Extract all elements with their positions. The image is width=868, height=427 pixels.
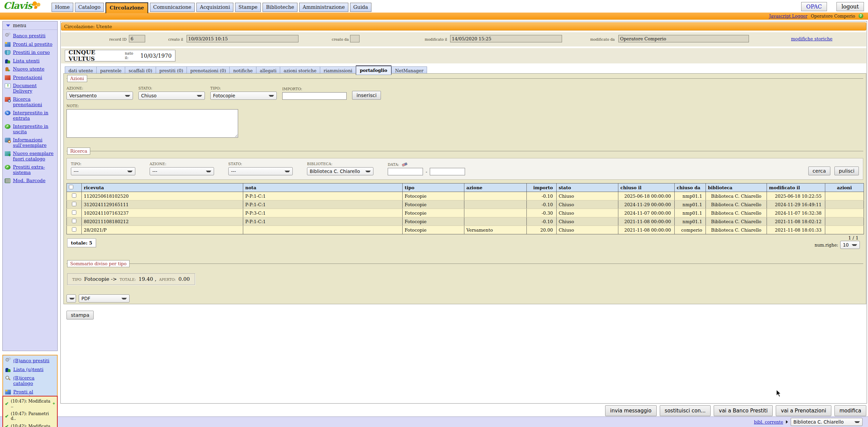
export-extra-select[interactable] — [66, 294, 76, 303]
data-label: DATA: — [388, 162, 399, 167]
notification-item[interactable]: ✔(10:47): Modificata ..+ — [5, 399, 55, 408]
tab-portafoglio[interactable]: portafoglio — [356, 65, 391, 75]
pulisci-button[interactable]: pulisci — [834, 167, 859, 175]
modificato-da-field[interactable] — [618, 35, 749, 42]
column-header-chiuso-il[interactable]: chiuso il — [618, 183, 675, 192]
sidebar-item-lista-utenti[interactable]: Lista utenti — [5, 58, 55, 64]
column-header-azione[interactable]: azione — [464, 183, 527, 192]
column-header-chiuso-da[interactable]: chiuso da — [675, 183, 706, 192]
filtro-biblioteca-group: BIBLIOTECA: Biblioteca C. Chiarello — [307, 162, 373, 175]
sidebar-item-banco-prestiti[interactable]: Banco prestiti — [5, 33, 55, 39]
nav-tab-acquisizioni[interactable]: Acquisizioni — [196, 3, 233, 12]
filtro-stato-select[interactable]: --- — [228, 167, 293, 175]
invia-messaggio-button[interactable]: invia messaggio — [605, 405, 657, 416]
sidebar-item-r-icerca-catalogo[interactable]: (R)icerca catalogo — [5, 375, 55, 386]
column-header-nota[interactable]: nota — [243, 183, 403, 192]
nav-tab-home[interactable]: Home — [52, 3, 73, 12]
filtro-tipo-select[interactable]: --- — [71, 167, 135, 175]
modificato-il-field[interactable] — [450, 35, 562, 42]
nav-tab-amministrazione[interactable]: Amministrazione — [299, 3, 348, 12]
column-header-modificato-il[interactable]: modificato il — [767, 183, 825, 192]
modifica-button[interactable]: modifica — [834, 405, 866, 416]
nav-tab-comunicazione[interactable]: Comunicazione — [150, 3, 195, 12]
filter-buttons: cerca pulisci — [808, 167, 859, 175]
filtro-biblioteca-select[interactable]: Biblioteca C. Chiarello — [307, 167, 373, 175]
sidebar-item-ricerca-prenotazioni[interactable]: Ricerca prenotazioni — [5, 97, 55, 107]
sidebar-item-interprestito-in-entrata[interactable]: Interprestito in entrata — [5, 110, 55, 121]
bibl-corrente-link[interactable]: bibl. corrente — [754, 420, 783, 425]
stampa-button[interactable]: stampa — [66, 311, 94, 319]
notification-item[interactable]: ✔(10:47): Parametri d.. — [5, 411, 55, 421]
cell-tipo: Fotocopie — [403, 192, 464, 200]
sidebar-item-prestiti-extra-sistema[interactable]: Prestiti extra-sistema — [5, 164, 55, 175]
cell-azione — [464, 209, 527, 217]
inserisci-button[interactable]: inserisci — [352, 91, 381, 100]
column-header-tipo[interactable]: tipo — [403, 183, 464, 192]
nav-tab-circolazione[interactable]: Circolazione — [105, 2, 148, 13]
select-all-checkbox[interactable] — [69, 185, 73, 189]
sidebar-item-informazioni-sull-esemplare[interactable]: Informazioni sull'esemplare — [5, 137, 55, 148]
num-righe-select[interactable]: 10 — [840, 241, 860, 249]
data-from-input[interactable] — [388, 168, 423, 175]
operator-name: Operatore Comperio — [811, 14, 855, 19]
sidebar-item-lista-u-tenti[interactable]: Lista (u)tenti — [5, 367, 55, 372]
creato-il-field[interactable] — [187, 35, 298, 42]
info-search-icon — [5, 138, 11, 142]
app-window: Clavis HomeCatalogoCircolazioneComunicaz… — [0, 0, 868, 427]
table-row: 28/2021/PFotocopieVersamento20.00Chiuso2… — [67, 226, 864, 234]
filtro-azione-select[interactable]: --- — [150, 167, 214, 175]
sidebar-item-b-anco-prestiti[interactable]: (B)anco prestiti — [5, 358, 55, 364]
biblioteca-corrente-select[interactable]: Biblioteca C. Chiarello — [791, 418, 863, 426]
sidebar-item-pronti-al-prestito[interactable]: Pronti al prestito — [5, 42, 55, 47]
row-checkbox[interactable] — [72, 227, 76, 232]
sostituisci-con-button[interactable]: sostituisci con... — [660, 405, 711, 416]
note-textarea[interactable] — [66, 109, 238, 138]
importo-input[interactable] — [282, 92, 347, 100]
column-header-stato[interactable]: stato — [557, 183, 618, 192]
tipo-select[interactable]: Fotocopie — [210, 92, 277, 100]
eraser-icon[interactable] — [402, 162, 408, 167]
row-checkbox[interactable] — [72, 219, 76, 223]
sidebar-item-label: Informazioni sull'esemplare — [13, 137, 55, 148]
row-checkbox[interactable] — [72, 210, 76, 215]
nav-tab-biblioteche[interactable]: Biblioteche — [263, 3, 297, 12]
nav-tab-guida[interactable]: Guida — [350, 3, 372, 12]
sidebar-item-prenotazioni[interactable]: Prenotazioni — [5, 75, 55, 80]
export-format-value: PDF — [81, 296, 90, 301]
notification-item[interactable]: ✔(10:42): Modificata .. — [5, 424, 55, 427]
javascript-logger-link[interactable]: Javascript Logger — [769, 14, 808, 19]
vai-a-prenotazioni-button[interactable]: vai a Prenotazioni — [776, 405, 831, 416]
cell-nota: P-P:1-C:1 — [243, 200, 403, 209]
data-to-input[interactable] — [430, 168, 465, 175]
azioni-legend: Azioni — [67, 75, 87, 82]
export-format-select[interactable]: PDF — [79, 294, 130, 303]
column-header-azioni[interactable]: azioni — [825, 183, 864, 192]
sidebar-item-nuovo-utente[interactable]: Nuovo utente — [5, 66, 55, 72]
modifiche-storiche-link[interactable]: modifiche storiche — [791, 36, 832, 41]
sidebar-item-interprestito-in-uscita[interactable]: Interprestito in uscita — [5, 124, 55, 134]
opac-button[interactable]: OPAC — [801, 2, 827, 11]
row-checkbox[interactable] — [72, 193, 76, 198]
nav-tab-catalogo[interactable]: Catalogo — [75, 3, 104, 12]
stato-select[interactable]: Chiuso — [138, 92, 205, 100]
sidebar-item-prestiti-in-corso[interactable]: Prestiti in corso — [5, 50, 55, 55]
vai-a-banco-prestiti-button[interactable]: vai a Banco Prestiti — [714, 405, 773, 416]
sidebar-item-nuovo-esemplare-fuori-catalogo[interactable]: Nuovo esemplare fuori catalogo — [5, 151, 55, 161]
row-checkbox[interactable] — [72, 202, 76, 206]
creato-da-field[interactable] — [350, 35, 360, 42]
cell-nota: P-P:1-C:1 — [243, 217, 403, 226]
cerca-button[interactable]: cerca — [808, 167, 830, 175]
column-header-biblioteca[interactable]: biblioteca — [706, 183, 767, 192]
nav-tab-stampe[interactable]: Stampe — [235, 3, 261, 12]
sommario-aperto-value: 0.00 — [178, 276, 190, 282]
column-header-ricevuta[interactable]: ricevuta — [82, 183, 243, 192]
logout-button[interactable]: logout — [836, 2, 864, 11]
sidebar-item-document-delivery[interactable]: Document Delivery — [5, 83, 55, 94]
azione-select[interactable]: Versamento — [66, 92, 133, 100]
column-header-importo[interactable]: importo — [527, 183, 557, 192]
help-icon[interactable]: ? — [859, 14, 863, 18]
record-id-field[interactable] — [129, 35, 145, 42]
book-blue-icon — [5, 390, 11, 394]
sidebar-menu-header[interactable]: menu — [3, 21, 57, 30]
sidebar-item-mod-barcode[interactable]: Mod. Barcode — [5, 178, 55, 183]
